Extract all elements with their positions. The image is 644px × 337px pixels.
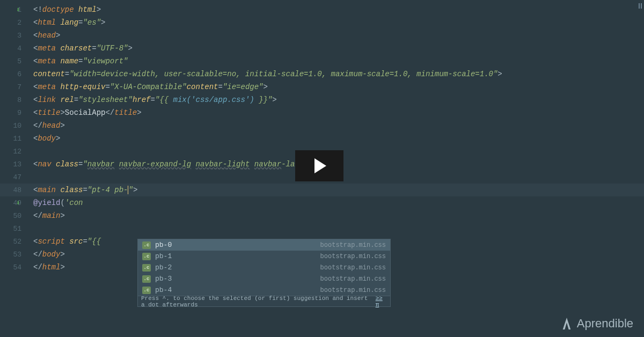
line-number: 4	[0, 42, 31, 55]
line-number: ⬇1	[0, 3, 31, 16]
play-button[interactable]	[295, 150, 343, 181]
line-number: ⬇49	[0, 196, 31, 209]
autocomplete-source: bootstrap.min.css	[320, 287, 386, 294]
code-line: <body>	[31, 132, 644, 145]
editor-markers-icon	[639, 3, 642, 9]
code-line: <meta charset="UTF-8">	[31, 42, 644, 55]
vcs-marker-icon: ⬇	[16, 199, 20, 207]
autocomplete-label: pb-4	[155, 286, 320, 294]
autocomplete-label: pb-0	[155, 241, 320, 249]
autocomplete-hint: Press ^. to choose the selected (or firs…	[138, 296, 390, 306]
line-number: 12	[0, 145, 31, 158]
code-line-active: <main class="pt-4 pb-">	[31, 184, 644, 196]
line-number: 6	[0, 68, 31, 80]
autocomplete-label: pb-1	[155, 252, 320, 260]
autocomplete-item[interactable]: .cpb-3bootstrap.min.css	[138, 273, 390, 284]
line-number-active: 48	[0, 184, 31, 196]
line-number: 13	[0, 158, 31, 171]
brand-logo-icon	[561, 317, 573, 331]
code-line: @yield('con	[31, 196, 644, 209]
code-line: content="width=device-width, user-scalab…	[31, 68, 644, 80]
autocomplete-source: bootstrap.min.css	[320, 275, 386, 283]
css-class-icon: .c	[142, 287, 151, 294]
line-gutter: ⬇1 2 3 4 5 6 7 8 9 10 11 12 13 47 48 ⬇49…	[0, 0, 31, 337]
line-number: 50	[0, 209, 31, 222]
autocomplete-source: bootstrap.min.css	[320, 253, 386, 260]
css-class-icon: .c	[142, 275, 151, 283]
css-class-icon: .c	[142, 264, 151, 272]
line-number: 52	[0, 235, 31, 248]
code-line: <title>SocialApp</title>	[31, 106, 644, 119]
code-line	[31, 222, 644, 235]
code-line: <html lang="es">	[31, 16, 644, 29]
line-number: 54	[0, 261, 31, 274]
line-number: 7	[0, 80, 31, 93]
autocomplete-source: bootstrap.min.css	[320, 264, 386, 272]
code-line: </head>	[31, 119, 644, 132]
line-number: 9	[0, 106, 31, 119]
code-line: <link rel="stylesheet" href="{{ mix('css…	[31, 93, 644, 106]
code-line: </main>	[31, 209, 644, 222]
autocomplete-item[interactable]: .cpb-2bootstrap.min.css	[138, 262, 390, 273]
css-class-icon: .c	[142, 241, 151, 249]
line-number: 53	[0, 248, 31, 261]
line-number: 10	[0, 119, 31, 132]
code-line: <head>	[31, 29, 644, 42]
play-icon	[314, 158, 326, 173]
line-number: 5	[0, 55, 31, 68]
autocomplete-item[interactable]: .cpb-4bootstrap.min.css	[138, 284, 390, 296]
line-number: 51	[0, 222, 31, 235]
code-line: <meta http-equiv="X-UA-Compatible" conte…	[31, 80, 644, 93]
autocomplete-item[interactable]: .cpb-0bootstrap.min.css	[138, 239, 390, 251]
line-number: 2	[0, 16, 31, 29]
code-line: <meta name="viewport"	[31, 55, 644, 68]
watermark-text: Aprendible	[577, 317, 633, 331]
autocomplete-source: bootstrap.min.css	[320, 241, 386, 249]
code-line: <!doctype html>	[31, 3, 644, 16]
line-number: 8	[0, 93, 31, 106]
line-number: 3	[0, 29, 31, 42]
autocomplete-label: pb-2	[155, 263, 320, 272]
line-number: 11	[0, 132, 31, 145]
autocomplete-label: pb-3	[155, 275, 320, 283]
autocomplete-hint-link[interactable]: ≥≥ π	[376, 295, 387, 308]
autocomplete-popup[interactable]: .cpb-0bootstrap.min.css .cpb-1bootstrap.…	[137, 239, 391, 307]
autocomplete-item[interactable]: .cpb-1bootstrap.min.css	[138, 251, 390, 262]
line-number: 47	[0, 171, 31, 184]
css-class-icon: .c	[142, 253, 151, 260]
vcs-marker-icon: ⬇	[16, 6, 20, 14]
watermark: Aprendible	[561, 317, 633, 331]
